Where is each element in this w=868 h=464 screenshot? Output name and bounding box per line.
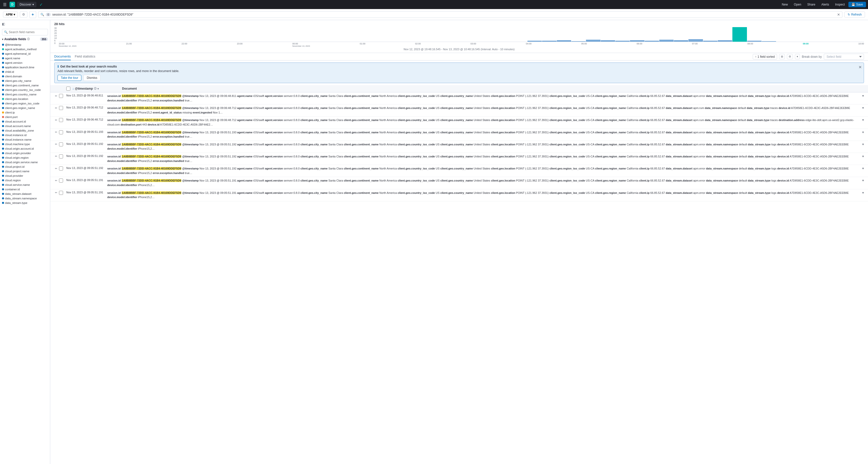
chart-bar[interactable]	[630, 40, 644, 42]
field-sorted-button[interactable]: ↑ 1 field sorted	[753, 54, 777, 60]
chart-bar[interactable]	[659, 40, 674, 42]
sidebar-field-item[interactable]: data_stream.namespace	[0, 196, 50, 200]
edit-row-button[interactable]: ✏	[54, 130, 58, 134]
sidebar-field-item[interactable]: cloud.account.name	[0, 124, 50, 128]
chart-bar[interactable]	[688, 39, 703, 42]
available-fields-toggle[interactable]: ▾ Available fields ⓘ 355	[0, 36, 50, 42]
tab-documents[interactable]: Documents	[54, 53, 71, 60]
sidebar-field-item[interactable]: client.ip	[0, 110, 50, 115]
row-checkbox[interactable]	[59, 154, 63, 158]
row-checkbox[interactable]	[59, 94, 63, 98]
alerts-button[interactable]: Alerts	[819, 2, 832, 7]
inspect-button[interactable]: Inspect	[833, 2, 847, 7]
sidebar-field-item[interactable]: cloud.region	[0, 178, 50, 183]
sidebar-field-item[interactable]: client.geo.continent_name	[0, 83, 50, 88]
apm-dropdown[interactable]: APM ▾	[3, 11, 18, 18]
sidebar-field-item[interactable]: client.domain	[0, 74, 50, 79]
sidebar-field-item[interactable]: cloud.origin.provider	[0, 151, 50, 155]
sidebar-field-item[interactable]: agent.ephemeral_id	[0, 52, 50, 56]
columns-button[interactable]: ⊞	[779, 54, 785, 59]
chart-bar[interactable]	[718, 40, 732, 42]
row-checkbox[interactable]	[59, 130, 63, 134]
expand-row-button[interactable]: ▾	[862, 191, 864, 194]
dismiss-button[interactable]: Dismiss	[83, 75, 100, 81]
settings-button[interactable]: ⚙	[787, 54, 793, 59]
refresh-button[interactable]: ↻ Refresh	[844, 11, 865, 18]
expand-row-button[interactable]: ▾	[862, 166, 864, 170]
edit-row-button[interactable]: ✏	[54, 106, 58, 110]
chart-bar[interactable]	[674, 40, 688, 42]
sidebar-field-item[interactable]: data_stream.type	[0, 200, 50, 205]
sidebar-field-item[interactable]: cloud.origin.region	[0, 155, 50, 160]
row-checkbox[interactable]	[59, 179, 63, 183]
sidebar-field-item[interactable]: client.port	[0, 115, 50, 119]
chart-bar[interactable]	[747, 41, 762, 42]
sidebar-field-item[interactable]: application.launch.time	[0, 65, 50, 69]
edit-row-button[interactable]: ✏	[54, 167, 58, 171]
sidebar-field-item[interactable]: cloud.provider	[0, 174, 50, 178]
add-filter-button[interactable]: +	[29, 11, 36, 18]
clear-search-button[interactable]: ✕	[837, 12, 840, 17]
chart-bar[interactable]	[615, 41, 630, 42]
sidebar-field-item[interactable]: cloud.project.id	[0, 164, 50, 169]
sidebar-field-item[interactable]: client.geo.country_name	[0, 92, 50, 97]
take-tour-button[interactable]: Take the tour	[58, 75, 82, 81]
sidebar-field-item[interactable]: agent.name	[0, 56, 50, 61]
share-button[interactable]: Share	[805, 2, 818, 7]
sidebar-field-item[interactable]: cloud.machine.type	[0, 142, 50, 146]
edit-row-button[interactable]: ✏	[54, 118, 58, 122]
chart-bar[interactable]	[645, 41, 659, 42]
filter-button[interactable]: ⚙	[20, 11, 27, 18]
tab-field-statistics[interactable]: Field statistics	[75, 53, 95, 60]
chart-bar[interactable]	[762, 41, 776, 42]
sidebar-field-item[interactable]: cloud.availability_zone	[0, 128, 50, 133]
expand-row-button[interactable]: ▾	[862, 154, 864, 158]
chart-bar[interactable]	[557, 40, 571, 42]
breakdown-dropdown-icon[interactable]: ▾	[795, 54, 800, 59]
sidebar-field-item[interactable]: cloud.account.id	[0, 119, 50, 124]
sidebar-field-item[interactable]: client.geo.country_iso_code	[0, 88, 50, 92]
search-fields-input[interactable]	[2, 29, 48, 35]
expand-row-button[interactable]: ▾	[862, 94, 864, 98]
sidebar-field-item[interactable]: client.geo.location	[0, 97, 50, 101]
edit-row-button[interactable]: ✏	[54, 94, 58, 98]
sidebar-field-item[interactable]: client.geo.city_name	[0, 79, 50, 83]
chart-bar[interactable]	[527, 41, 542, 42]
row-checkbox[interactable]	[59, 118, 63, 122]
new-button[interactable]: New	[779, 2, 790, 7]
chart-bar[interactable]	[586, 40, 600, 42]
expand-row-button[interactable]: ▾	[862, 106, 864, 110]
sidebar-field-item[interactable]: @timestamp	[0, 42, 50, 47]
check-icon[interactable]: ✓	[38, 1, 44, 8]
th-timestamp[interactable]: ↓ @timestamp ⓘ ▾	[72, 87, 120, 90]
select-field-dropdown[interactable]: Select field	[824, 54, 864, 60]
chart-bar[interactable]	[601, 40, 615, 42]
row-checkbox[interactable]	[59, 191, 63, 195]
sidebar-field-item[interactable]: container.id	[0, 187, 50, 192]
sidebar-field-item[interactable]: cloud.origin.service.name	[0, 160, 50, 164]
edit-row-button[interactable]: ✏	[54, 191, 58, 194]
sidebar-field-item[interactable]: client.geo.region_name	[0, 106, 50, 110]
sidebar-field-item[interactable]: data_stream.dataset	[0, 192, 50, 196]
sidebar-field-item[interactable]: cloud.instance.id	[0, 133, 50, 137]
chart-bar[interactable]	[542, 41, 556, 42]
edit-row-button[interactable]: ✏	[54, 142, 58, 146]
sidebar-toggle-button[interactable]: ◧	[2, 22, 5, 26]
chart-bar[interactable]	[703, 41, 718, 42]
expand-row-button[interactable]: ▾	[862, 118, 864, 122]
sidebar-field-item[interactable]: cloud.project.name	[0, 169, 50, 174]
save-button[interactable]: 💾 Save	[848, 2, 866, 7]
search-input[interactable]	[52, 13, 836, 16]
row-checkbox[interactable]	[59, 142, 63, 146]
sidebar-field-item[interactable]: child.id	[0, 69, 50, 74]
expand-row-button[interactable]: ▾	[862, 142, 864, 146]
edit-row-button[interactable]: ✏	[54, 179, 58, 183]
edit-row-button[interactable]: ✏	[54, 154, 58, 158]
sidebar-field-item[interactable]: agent.activation_method	[0, 47, 50, 52]
chart-bar[interactable]	[571, 41, 586, 42]
chart-bar[interactable]	[733, 27, 747, 42]
row-checkbox[interactable]	[59, 166, 63, 171]
close-banner-button[interactable]: ✕	[859, 65, 862, 69]
expand-row-button[interactable]: ▾	[862, 179, 864, 182]
sidebar-field-item[interactable]: agent.version	[0, 61, 50, 65]
